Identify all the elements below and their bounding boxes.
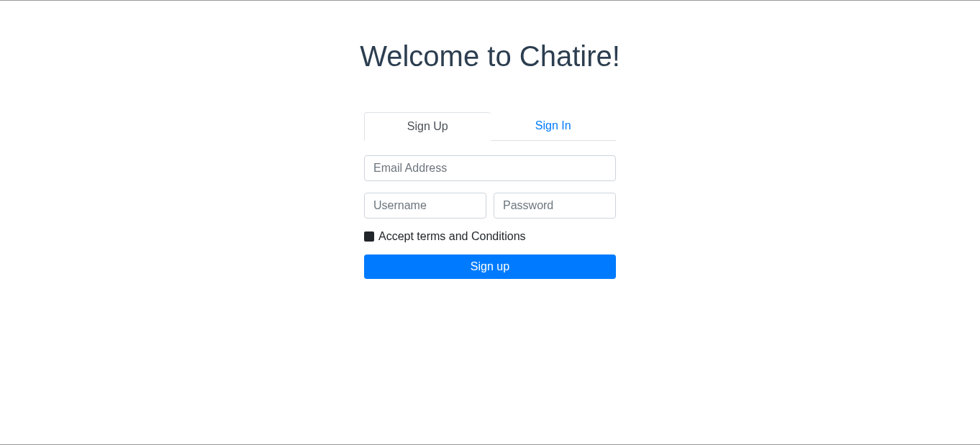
tab-signin[interactable]: Sign In	[491, 112, 617, 141]
signup-button[interactable]: Sign up	[364, 254, 616, 279]
signup-form-wrapper: Sign Up Sign In Accept terms and Conditi…	[364, 112, 616, 279]
terms-checkbox[interactable]	[364, 231, 374, 242]
page-title: Welcome to Chatire!	[360, 40, 620, 73]
password-field[interactable]	[494, 193, 616, 219]
terms-label: Accept terms and Conditions	[378, 230, 526, 243]
username-field[interactable]	[364, 193, 486, 219]
auth-tabs: Sign Up Sign In	[364, 112, 616, 141]
tab-signup[interactable]: Sign Up	[364, 112, 491, 141]
email-field[interactable]	[364, 155, 616, 181]
